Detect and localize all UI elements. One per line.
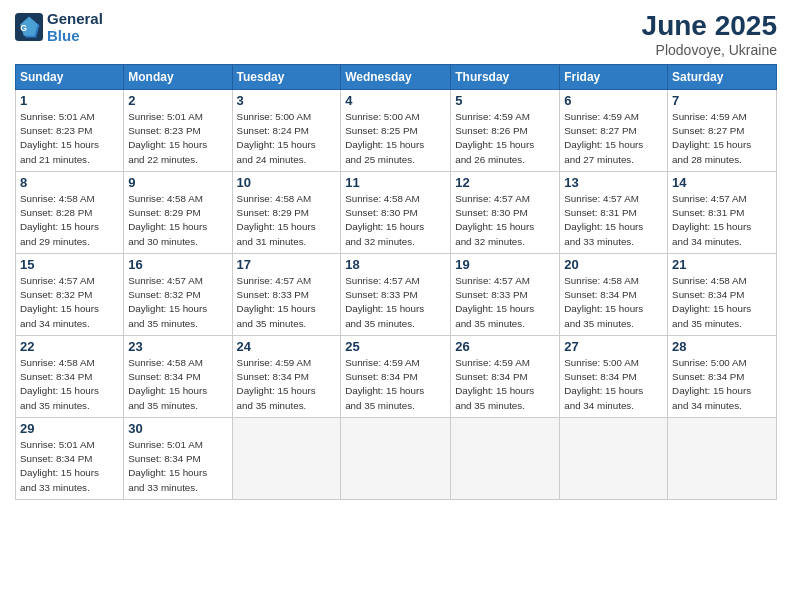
calendar-cell [232,418,341,500]
weekday-header: Wednesday [341,65,451,90]
calendar-cell: 30Sunrise: 5:01 AM Sunset: 8:34 PM Dayli… [124,418,232,500]
day-number: 19 [455,257,555,272]
day-info: Sunrise: 4:57 AM Sunset: 8:33 PM Dayligh… [345,274,446,331]
calendar-cell: 10Sunrise: 4:58 AM Sunset: 8:29 PM Dayli… [232,172,341,254]
calendar-cell: 16Sunrise: 4:57 AM Sunset: 8:32 PM Dayli… [124,254,232,336]
day-number: 1 [20,93,119,108]
day-number: 23 [128,339,227,354]
day-info: Sunrise: 4:57 AM Sunset: 8:32 PM Dayligh… [128,274,227,331]
weekday-header: Sunday [16,65,124,90]
calendar-cell: 21Sunrise: 4:58 AM Sunset: 8:34 PM Dayli… [668,254,777,336]
header: G General Blue June 2025 Plodovoye, Ukra… [15,10,777,58]
calendar-cell: 27Sunrise: 5:00 AM Sunset: 8:34 PM Dayli… [560,336,668,418]
day-number: 3 [237,93,337,108]
day-info: Sunrise: 4:57 AM Sunset: 8:30 PM Dayligh… [455,192,555,249]
day-info: Sunrise: 4:58 AM Sunset: 8:30 PM Dayligh… [345,192,446,249]
day-info: Sunrise: 4:59 AM Sunset: 8:34 PM Dayligh… [455,356,555,413]
calendar-cell [560,418,668,500]
calendar-cell: 22Sunrise: 4:58 AM Sunset: 8:34 PM Dayli… [16,336,124,418]
day-number: 7 [672,93,772,108]
logo: G General Blue [15,10,103,44]
weekday-header: Monday [124,65,232,90]
day-info: Sunrise: 4:57 AM Sunset: 8:33 PM Dayligh… [237,274,337,331]
calendar-cell: 20Sunrise: 4:58 AM Sunset: 8:34 PM Dayli… [560,254,668,336]
day-number: 2 [128,93,227,108]
title-block: June 2025 Plodovoye, Ukraine [642,10,777,58]
calendar-cell: 25Sunrise: 4:59 AM Sunset: 8:34 PM Dayli… [341,336,451,418]
calendar-cell [341,418,451,500]
calendar-cell: 17Sunrise: 4:57 AM Sunset: 8:33 PM Dayli… [232,254,341,336]
calendar-cell: 15Sunrise: 4:57 AM Sunset: 8:32 PM Dayli… [16,254,124,336]
day-info: Sunrise: 4:58 AM Sunset: 8:28 PM Dayligh… [20,192,119,249]
calendar: SundayMondayTuesdayWednesdayThursdayFrid… [15,64,777,500]
calendar-cell: 14Sunrise: 4:57 AM Sunset: 8:31 PM Dayli… [668,172,777,254]
day-number: 24 [237,339,337,354]
day-number: 18 [345,257,446,272]
day-number: 20 [564,257,663,272]
day-info: Sunrise: 4:58 AM Sunset: 8:34 PM Dayligh… [564,274,663,331]
day-info: Sunrise: 4:58 AM Sunset: 8:34 PM Dayligh… [20,356,119,413]
day-info: Sunrise: 4:59 AM Sunset: 8:26 PM Dayligh… [455,110,555,167]
day-info: Sunrise: 5:01 AM Sunset: 8:23 PM Dayligh… [20,110,119,167]
day-info: Sunrise: 5:01 AM Sunset: 8:23 PM Dayligh… [128,110,227,167]
calendar-cell: 29Sunrise: 5:01 AM Sunset: 8:34 PM Dayli… [16,418,124,500]
day-info: Sunrise: 4:59 AM Sunset: 8:34 PM Dayligh… [237,356,337,413]
day-number: 27 [564,339,663,354]
calendar-row: 15Sunrise: 4:57 AM Sunset: 8:32 PM Dayli… [16,254,777,336]
page: G General Blue June 2025 Plodovoye, Ukra… [0,0,792,612]
day-number: 12 [455,175,555,190]
day-number: 22 [20,339,119,354]
month-title: June 2025 [642,10,777,42]
calendar-cell: 7Sunrise: 4:59 AM Sunset: 8:27 PM Daylig… [668,90,777,172]
logo-icon: G [15,13,43,41]
day-number: 4 [345,93,446,108]
calendar-row: 22Sunrise: 4:58 AM Sunset: 8:34 PM Dayli… [16,336,777,418]
day-number: 26 [455,339,555,354]
day-info: Sunrise: 5:01 AM Sunset: 8:34 PM Dayligh… [20,438,119,495]
day-info: Sunrise: 4:59 AM Sunset: 8:34 PM Dayligh… [345,356,446,413]
calendar-cell: 5Sunrise: 4:59 AM Sunset: 8:26 PM Daylig… [451,90,560,172]
day-info: Sunrise: 4:57 AM Sunset: 8:31 PM Dayligh… [672,192,772,249]
weekday-header: Friday [560,65,668,90]
day-number: 13 [564,175,663,190]
day-number: 29 [20,421,119,436]
day-number: 30 [128,421,227,436]
calendar-cell: 12Sunrise: 4:57 AM Sunset: 8:30 PM Dayli… [451,172,560,254]
calendar-row: 8Sunrise: 4:58 AM Sunset: 8:28 PM Daylig… [16,172,777,254]
day-number: 5 [455,93,555,108]
calendar-cell [451,418,560,500]
calendar-cell: 24Sunrise: 4:59 AM Sunset: 8:34 PM Dayli… [232,336,341,418]
day-number: 10 [237,175,337,190]
day-info: Sunrise: 5:00 AM Sunset: 8:24 PM Dayligh… [237,110,337,167]
day-info: Sunrise: 5:01 AM Sunset: 8:34 PM Dayligh… [128,438,227,495]
calendar-cell: 23Sunrise: 4:58 AM Sunset: 8:34 PM Dayli… [124,336,232,418]
calendar-cell: 3Sunrise: 5:00 AM Sunset: 8:24 PM Daylig… [232,90,341,172]
day-number: 21 [672,257,772,272]
day-info: Sunrise: 4:59 AM Sunset: 8:27 PM Dayligh… [564,110,663,167]
weekday-header: Thursday [451,65,560,90]
weekday-header: Tuesday [232,65,341,90]
day-number: 28 [672,339,772,354]
location-subtitle: Plodovoye, Ukraine [642,42,777,58]
calendar-cell: 6Sunrise: 4:59 AM Sunset: 8:27 PM Daylig… [560,90,668,172]
calendar-cell: 13Sunrise: 4:57 AM Sunset: 8:31 PM Dayli… [560,172,668,254]
day-info: Sunrise: 5:00 AM Sunset: 8:34 PM Dayligh… [672,356,772,413]
calendar-cell: 9Sunrise: 4:58 AM Sunset: 8:29 PM Daylig… [124,172,232,254]
calendar-cell: 28Sunrise: 5:00 AM Sunset: 8:34 PM Dayli… [668,336,777,418]
calendar-cell: 26Sunrise: 4:59 AM Sunset: 8:34 PM Dayli… [451,336,560,418]
calendar-cell: 1Sunrise: 5:01 AM Sunset: 8:23 PM Daylig… [16,90,124,172]
day-number: 6 [564,93,663,108]
day-number: 16 [128,257,227,272]
day-info: Sunrise: 4:58 AM Sunset: 8:29 PM Dayligh… [128,192,227,249]
day-number: 17 [237,257,337,272]
day-info: Sunrise: 4:58 AM Sunset: 8:34 PM Dayligh… [672,274,772,331]
svg-text:G: G [20,23,27,33]
logo-text: General Blue [47,10,103,44]
day-info: Sunrise: 5:00 AM Sunset: 8:34 PM Dayligh… [564,356,663,413]
calendar-cell: 4Sunrise: 5:00 AM Sunset: 8:25 PM Daylig… [341,90,451,172]
day-number: 9 [128,175,227,190]
day-info: Sunrise: 4:57 AM Sunset: 8:33 PM Dayligh… [455,274,555,331]
calendar-cell [668,418,777,500]
day-number: 8 [20,175,119,190]
day-info: Sunrise: 4:57 AM Sunset: 8:31 PM Dayligh… [564,192,663,249]
